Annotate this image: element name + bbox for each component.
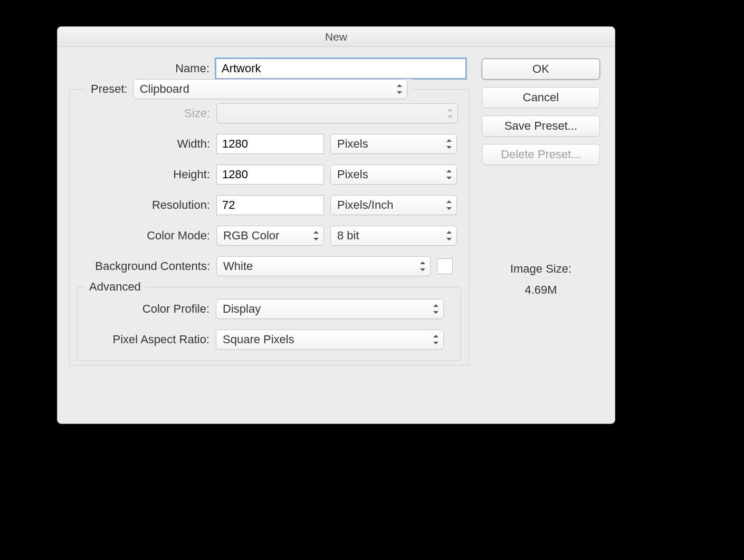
color-mode-value: RGB Color — [223, 229, 279, 243]
resolution-row: Resolution: Pixels/Inch — [70, 195, 469, 215]
name-label: Name: — [69, 62, 216, 75]
image-size-info: Image Size: 4.69M — [482, 262, 600, 297]
ok-button[interactable]: OK — [482, 59, 600, 80]
resolution-unit-select[interactable]: Pixels/Inch — [330, 195, 457, 215]
resolution-unit-value: Pixels/Inch — [337, 198, 393, 212]
new-document-dialog: New Name: Preset: Clipboard Size: — [57, 26, 615, 424]
updown-icon — [446, 231, 452, 240]
background-color-swatch[interactable] — [437, 258, 453, 274]
resolution-input[interactable] — [216, 195, 324, 215]
updown-icon — [433, 335, 439, 344]
height-input[interactable] — [216, 165, 324, 185]
dialog-title: New — [58, 27, 615, 47]
updown-icon — [446, 170, 452, 179]
color-depth-select[interactable]: 8 bit — [330, 226, 457, 246]
pixel-aspect-ratio-value: Square Pixels — [223, 333, 294, 346]
size-label: Size: — [70, 107, 216, 120]
width-label: Width: — [70, 137, 216, 151]
button-column: OK Cancel Save Preset... Delete Preset..… — [482, 59, 600, 412]
width-unit-value: Pixels — [337, 137, 368, 151]
name-row: Name: — [69, 59, 469, 79]
name-input[interactable] — [216, 59, 466, 79]
resolution-label: Resolution: — [70, 198, 216, 212]
cancel-button[interactable]: Cancel — [482, 87, 600, 108]
updown-icon — [447, 109, 453, 118]
background-contents-select[interactable]: White — [216, 256, 431, 276]
delete-preset-button: Delete Preset... — [482, 144, 600, 165]
height-unit-select[interactable]: Pixels — [330, 165, 457, 185]
width-unit-select[interactable]: Pixels — [330, 134, 457, 154]
background-contents-label: Background Contents: — [70, 259, 216, 273]
pixel-aspect-ratio-row: Pixel Aspect Ratio: Square Pixels — [78, 330, 461, 350]
preset-select[interactable]: Clipboard — [133, 79, 407, 99]
preset-value: Clipboard — [140, 82, 189, 96]
size-select — [216, 103, 458, 123]
color-mode-label: Color Mode: — [70, 229, 216, 243]
updown-icon — [419, 262, 426, 271]
color-mode-select[interactable]: RGB Color — [216, 226, 324, 246]
pixel-aspect-ratio-select[interactable]: Square Pixels — [216, 330, 444, 350]
advanced-legend: Advanced — [85, 280, 145, 294]
height-row: Height: Pixels — [70, 165, 469, 185]
form-area: Name: Preset: Clipboard Size: — [69, 59, 469, 412]
background-contents-row: Background Contents: White — [70, 256, 469, 276]
color-profile-label: Color Profile: — [78, 302, 216, 316]
updown-icon — [446, 139, 452, 149]
updown-icon — [313, 231, 319, 240]
updown-icon — [433, 304, 439, 314]
color-profile-value: Display — [223, 302, 261, 316]
preset-legend: Preset: Clipboard — [85, 79, 413, 99]
color-profile-row: Color Profile: Display — [78, 299, 461, 319]
image-size-value: 4.69M — [482, 283, 600, 297]
updown-icon — [396, 84, 403, 94]
save-preset-button[interactable]: Save Preset... — [482, 115, 600, 137]
preset-fieldset: Preset: Clipboard Size: Width — [69, 89, 469, 365]
color-profile-select[interactable]: Display — [216, 299, 444, 319]
size-row: Size: — [70, 103, 469, 123]
preset-label: Preset: — [91, 82, 128, 96]
pixel-aspect-ratio-label: Pixel Aspect Ratio: — [78, 333, 216, 346]
background-contents-value: White — [223, 259, 253, 273]
width-input[interactable] — [216, 134, 324, 154]
dialog-content: Name: Preset: Clipboard Size: — [58, 47, 615, 423]
height-unit-value: Pixels — [337, 168, 368, 181]
height-label: Height: — [70, 168, 216, 181]
color-mode-row: Color Mode: RGB Color 8 bit — [70, 226, 469, 246]
color-depth-value: 8 bit — [337, 229, 359, 243]
width-row: Width: Pixels — [70, 134, 469, 154]
image-size-label: Image Size: — [482, 262, 600, 276]
advanced-fieldset: Advanced Color Profile: Display Pixel As… — [77, 287, 461, 361]
updown-icon — [446, 200, 452, 210]
